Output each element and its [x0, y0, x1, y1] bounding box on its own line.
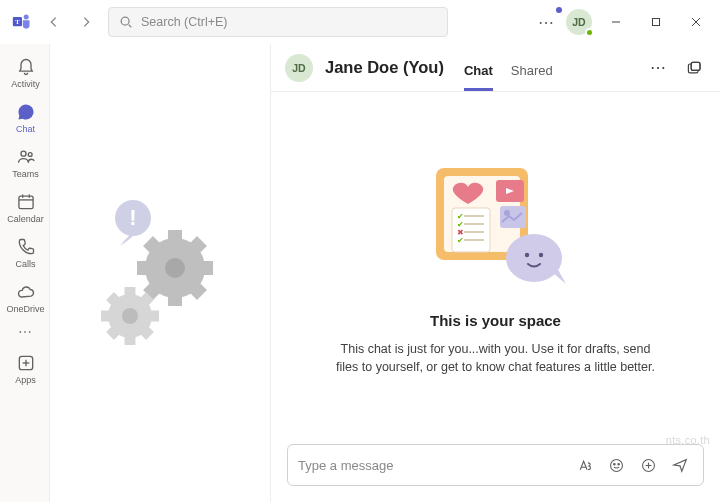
nav-back-button[interactable] — [40, 8, 68, 36]
svg-line-28 — [148, 286, 157, 295]
rail-item-apps[interactable]: Apps — [1, 346, 49, 389]
emoji-button[interactable] — [603, 452, 629, 478]
nav-forward-button[interactable] — [72, 8, 100, 36]
empty-title: This is your space — [430, 312, 561, 329]
svg-line-39 — [143, 296, 150, 303]
svg-line-37 — [143, 329, 150, 336]
empty-body: This chat is just for you...with you. Us… — [331, 341, 661, 376]
svg-text:!: ! — [129, 205, 136, 230]
profile-avatar[interactable]: JD — [566, 9, 592, 35]
svg-line-26 — [148, 241, 157, 250]
empty-state: ✔✔✖✔ This is your space This chat is jus… — [271, 92, 720, 434]
svg-point-59 — [506, 234, 562, 282]
tab-chat[interactable]: Chat — [464, 63, 493, 91]
rail-label: Chat — [16, 124, 35, 134]
svg-line-29 — [193, 241, 202, 250]
phone-icon — [15, 236, 37, 258]
settings-more-button[interactable]: ⋯ — [532, 9, 560, 36]
people-icon — [15, 146, 37, 168]
app-rail: Activity Chat Teams Calendar Calls OneDr… — [0, 44, 50, 502]
apps-icon — [15, 352, 37, 374]
chat-list-pane: ! — [50, 44, 270, 502]
avatar-initials: JD — [572, 16, 585, 28]
calendar-icon — [15, 191, 37, 213]
svg-point-62 — [538, 253, 542, 257]
rail-item-calendar[interactable]: Calendar — [1, 185, 49, 228]
rail-item-activity[interactable]: Activity — [1, 50, 49, 93]
rail-label: Apps — [15, 375, 36, 385]
svg-line-36 — [110, 296, 117, 303]
send-button[interactable] — [667, 452, 693, 478]
chat-main: JD Jane Doe (You) Chat Shared ⋯ — [270, 44, 720, 502]
rail-item-chat[interactable]: Chat — [1, 95, 49, 138]
window-minimize-button[interactable] — [596, 6, 636, 38]
open-in-new-window-button[interactable] — [682, 56, 706, 80]
svg-line-27 — [193, 286, 202, 295]
rail-label: Activity — [11, 79, 40, 89]
svg-text:✔: ✔ — [457, 236, 464, 245]
search-placeholder: Search (Ctrl+E) — [141, 15, 227, 29]
watermark-text: nts.co.th — [666, 434, 710, 446]
svg-point-66 — [617, 463, 619, 465]
svg-point-61 — [524, 253, 528, 257]
rail-label: Teams — [12, 169, 39, 179]
svg-line-38 — [110, 329, 117, 336]
teams-logo-icon: T — [10, 10, 34, 34]
svg-line-4 — [129, 25, 132, 28]
search-input[interactable]: Search (Ctrl+E) — [108, 7, 448, 37]
svg-point-2 — [24, 15, 29, 20]
svg-point-9 — [21, 151, 26, 156]
rail-item-teams[interactable]: Teams — [1, 140, 49, 183]
chat-more-button[interactable]: ⋯ — [646, 54, 670, 81]
tab-shared[interactable]: Shared — [511, 63, 553, 91]
window-close-button[interactable] — [676, 6, 716, 38]
svg-rect-48 — [500, 206, 526, 228]
your-space-illustration: ✔✔✖✔ — [406, 150, 586, 300]
rail-item-onedrive[interactable]: OneDrive — [1, 275, 49, 318]
gears-illustration: ! — [75, 188, 245, 358]
rail-more-button[interactable]: ⋯ — [18, 324, 32, 340]
rail-item-calls[interactable]: Calls — [1, 230, 49, 273]
svg-rect-6 — [653, 19, 660, 26]
window-maximize-button[interactable] — [636, 6, 676, 38]
svg-rect-11 — [18, 196, 32, 209]
cloud-icon — [15, 281, 37, 303]
svg-rect-42 — [691, 62, 700, 70]
rail-label: OneDrive — [6, 304, 44, 314]
rail-label: Calls — [15, 259, 35, 269]
notification-dot-icon — [556, 7, 562, 13]
svg-point-3 — [121, 17, 129, 25]
svg-point-65 — [613, 463, 615, 465]
message-input[interactable] — [298, 458, 565, 473]
bell-icon — [15, 56, 37, 78]
svg-text:T: T — [15, 18, 20, 25]
message-composer[interactable] — [287, 444, 704, 486]
chat-avatar[interactable]: JD — [285, 54, 313, 82]
svg-point-64 — [610, 459, 622, 471]
chat-title: Jane Doe (You) — [325, 58, 444, 77]
chat-icon — [15, 101, 37, 123]
chat-header: JD Jane Doe (You) Chat Shared ⋯ — [271, 44, 720, 92]
rail-label: Calendar — [7, 214, 44, 224]
titlebar: T Search (Ctrl+E) ⋯ JD — [0, 0, 720, 44]
presence-available-icon — [585, 28, 594, 37]
svg-point-10 — [28, 153, 32, 157]
svg-point-30 — [165, 258, 185, 278]
search-icon — [119, 15, 133, 29]
svg-point-40 — [122, 308, 138, 324]
format-button[interactable] — [571, 452, 597, 478]
attach-actions-button[interactable] — [635, 452, 661, 478]
